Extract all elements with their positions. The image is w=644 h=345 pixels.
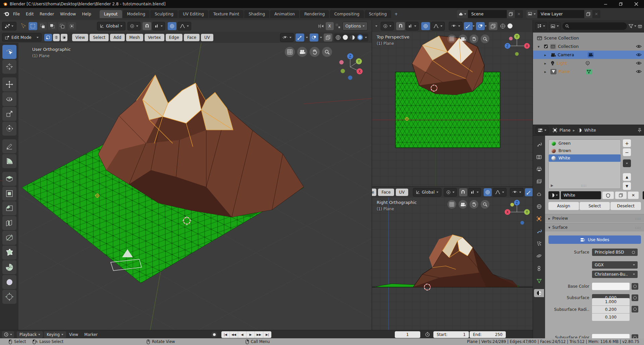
expand-icon[interactable]: [538, 44, 542, 49]
tool-spin[interactable]: [2, 260, 16, 274]
tool-measure[interactable]: [2, 154, 16, 168]
top-zoom-button[interactable]: [481, 34, 489, 43]
right-orientation-dropdown[interactable]: Global: [413, 188, 441, 197]
move-slot-up-button[interactable]: ▲: [623, 173, 631, 181]
jump-to-start-button[interactable]: |◀: [221, 331, 230, 338]
tab-rendering[interactable]: Rendering: [300, 10, 329, 18]
top-visibility-dropdown[interactable]: [449, 22, 463, 30]
end-frame-field[interactable]: End:250: [470, 331, 506, 338]
tab-texture-paint[interactable]: Texture Paint: [209, 10, 244, 18]
breadcrumb-material[interactable]: White: [584, 128, 596, 133]
add-slot-button[interactable]: +: [623, 139, 631, 147]
outliner-row-light[interactable]: Light: [533, 59, 644, 67]
select-mode-intersect-button[interactable]: [67, 22, 76, 30]
right-proportional-toggle[interactable]: [484, 188, 492, 196]
panel-drag-grip[interactable]: [635, 216, 641, 221]
solid-shading-button[interactable]: [343, 35, 348, 40]
radius-animate-button[interactable]: [632, 306, 638, 313]
deselect-button[interactable]: Deselect: [610, 202, 641, 210]
playback-menu[interactable]: Playback: [17, 331, 43, 338]
prev-keyframe-button[interactable]: ◀◀: [230, 331, 238, 338]
proportional-falloff-dropdown[interactable]: [177, 22, 191, 30]
tab-modeling[interactable]: Modeling: [123, 10, 150, 18]
breadcrumb-object[interactable]: Plane: [559, 128, 571, 133]
right-menu-uv[interactable]: UV: [396, 189, 408, 196]
menu-view[interactable]: View: [72, 34, 88, 41]
menu-mesh[interactable]: Mesh: [126, 34, 144, 41]
right-snap-toggle[interactable]: [459, 188, 467, 196]
camera-data-icon[interactable]: [588, 52, 594, 58]
top-xray-toggle[interactable]: [489, 22, 497, 30]
radius-x-field[interactable]: 1.000: [592, 298, 630, 305]
menu-render[interactable]: Render: [37, 10, 57, 18]
remove-slot-button[interactable]: −: [623, 148, 631, 156]
scene-name-field[interactable]: Scene: [468, 10, 507, 18]
slot-specials-dropdown[interactable]: [623, 159, 631, 167]
right-camera-button[interactable]: [459, 200, 467, 209]
object-visibility-dropdown[interactable]: [280, 33, 294, 42]
tool-smooth[interactable]: [2, 275, 16, 289]
material-name-field[interactable]: White: [561, 191, 601, 199]
top-wireframe-shading-button[interactable]: [500, 23, 505, 29]
top-orthographic-toggle[interactable]: [447, 34, 456, 43]
base-color-swatch[interactable]: [592, 283, 630, 290]
right-gizmo-toggle[interactable]: [525, 188, 533, 196]
view-layer-browse-button[interactable]: [526, 10, 537, 18]
link-mode-dropdown[interactable]: [643, 191, 644, 199]
play-button[interactable]: ▶: [247, 331, 255, 338]
slot-white[interactable]: White: [549, 154, 621, 162]
tool-tweak-select[interactable]: [2, 45, 16, 59]
tab-material[interactable]: [534, 289, 544, 297]
options-dropdown[interactable]: Options: [342, 22, 368, 30]
new-material-button[interactable]: [615, 192, 627, 199]
menu-file[interactable]: File: [10, 10, 23, 18]
hide-eye-icon[interactable]: [636, 53, 642, 57]
view-layer-delete-button[interactable]: ✕: [592, 10, 600, 18]
pivot-point-dropdown[interactable]: [127, 22, 141, 30]
tab-shading[interactable]: Shading: [244, 10, 269, 18]
current-frame-field[interactable]: 1: [395, 331, 420, 338]
tab-sculpting[interactable]: Sculpting: [150, 10, 178, 18]
right-visibility-dropdown[interactable]: [510, 188, 524, 197]
tool-extrude-region[interactable]: [2, 172, 16, 186]
vertex-select-mode-button[interactable]: [44, 34, 52, 41]
snap-toggle-button[interactable]: [143, 22, 151, 30]
viewport-3d-right[interactable]: Right Orthographic (1) Plane Z X Y: [372, 197, 533, 330]
mirror-x-toggle[interactable]: X: [326, 22, 334, 30]
tab-animation[interactable]: Animation: [270, 10, 299, 18]
hide-eye-icon[interactable]: [636, 70, 642, 73]
view-layer-name-field[interactable]: View Layer: [537, 10, 584, 18]
right-menu-face[interactable]: Face: [378, 189, 394, 196]
light-data-icon[interactable]: [585, 61, 591, 66]
tool-loop-cut[interactable]: [2, 216, 16, 230]
scene-browse-button[interactable]: [457, 10, 468, 18]
tool-rotate[interactable]: [2, 92, 16, 106]
viewport-3d-top[interactable]: Top Perspective (1) Plane Y Z X: [372, 32, 533, 186]
outliner-row-camera[interactable]: Camera: [533, 51, 644, 59]
base-color-animate-button[interactable]: [632, 283, 638, 290]
right-zoom-button[interactable]: [481, 200, 489, 209]
tab-uv-editing[interactable]: UV Editing: [178, 10, 208, 18]
transform-orientation-dropdown[interactable]: Global: [97, 22, 125, 30]
tool-bevel[interactable]: [2, 201, 16, 215]
outliner-search-input[interactable]: [562, 22, 627, 30]
distribution-dropdown[interactable]: GGX: [592, 261, 638, 269]
browse-material-dropdown[interactable]: [548, 191, 559, 199]
close-button[interactable]: [629, 0, 644, 8]
tab-view-layer[interactable]: [534, 178, 544, 186]
wireframe-shading-button[interactable]: [335, 35, 341, 40]
subsurface-animate-button[interactable]: [632, 294, 638, 301]
panel-drag-grip[interactable]: [635, 225, 641, 230]
tab-constraints[interactable]: [534, 264, 544, 272]
radius-z-field[interactable]: 0.100: [592, 314, 630, 321]
top-proportional-toggle[interactable]: [421, 22, 430, 30]
start-frame-field[interactable]: Start:1: [433, 331, 469, 338]
next-keyframe-button[interactable]: ▶▶: [255, 331, 263, 338]
top-snap-toggle[interactable]: [396, 22, 405, 30]
tab-render[interactable]: [534, 153, 544, 161]
rendered-shading-button[interactable]: [357, 34, 363, 40]
edge-select-mode-button[interactable]: [53, 34, 60, 41]
top-overlays-toggle[interactable]: [476, 22, 485, 30]
navigation-gizmo[interactable]: Z Y X: [335, 52, 365, 82]
menu-window[interactable]: Window: [57, 10, 79, 18]
